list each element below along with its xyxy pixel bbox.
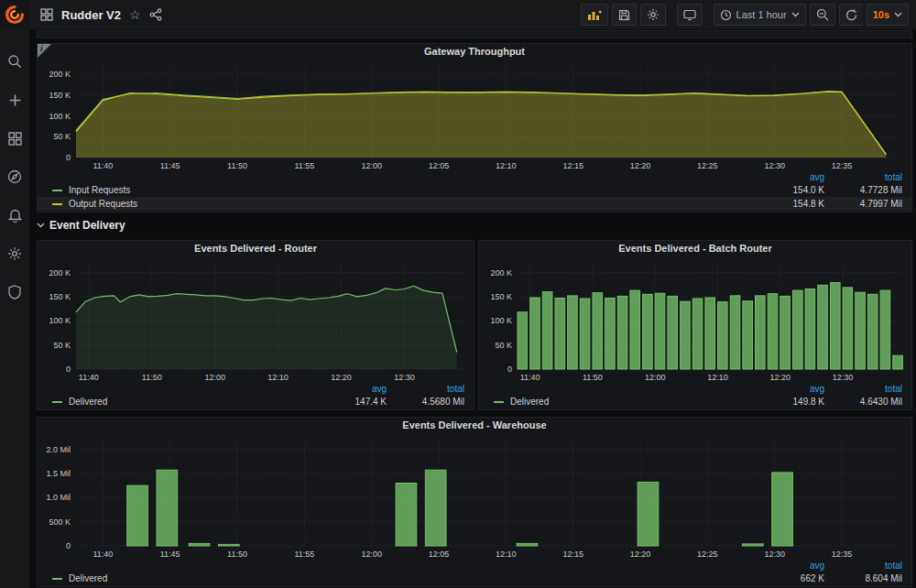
svg-text:150 K: 150 K xyxy=(490,292,512,301)
zoom-out-icon xyxy=(816,8,829,21)
panel-events-delivered-warehouse: Events Delivered - Warehouse 0500 K1.0 M… xyxy=(37,417,912,587)
info-letter: i xyxy=(40,44,43,53)
top-nav-bar: Rudder V2 ☆ xyxy=(0,0,916,29)
svg-text:11:40: 11:40 xyxy=(93,161,113,170)
legend-avg-value: 147.4 K xyxy=(322,397,387,407)
section-row-event-delivery[interactable]: Event Delivery xyxy=(37,219,125,232)
legend-header-avg[interactable]: avg xyxy=(760,384,824,394)
svg-text:150 K: 150 K xyxy=(49,91,71,100)
add-panel-button[interactable] xyxy=(581,4,608,26)
svg-text:12:35: 12:35 xyxy=(832,550,853,559)
svg-text:12:00: 12:00 xyxy=(204,373,225,382)
warehouse-legend: avg total Delivered 662 K 8.604 Mil xyxy=(38,560,911,585)
configuration-gear-icon[interactable] xyxy=(6,245,23,262)
refresh-interval-dropdown[interactable]: 10s xyxy=(867,4,909,26)
series-dash-icon xyxy=(494,401,504,403)
svg-text:50 K: 50 K xyxy=(53,132,71,141)
svg-text:12:15: 12:15 xyxy=(562,550,583,559)
dashboard-grid-icon[interactable] xyxy=(40,8,53,21)
svg-text:1.5 Mil: 1.5 Mil xyxy=(46,469,71,478)
legend-total-value: 4.7997 Mil xyxy=(824,199,902,209)
legend-label[interactable]: Delivered xyxy=(510,397,549,407)
legend-row-output-requests[interactable]: Output Requests 154.8 K 4.7997 Mil xyxy=(38,197,911,211)
svg-text:100 K: 100 K xyxy=(49,316,71,325)
router-delivered-chart[interactable]: 050 K100 K150 K200 K11:4011:5012:0012:10… xyxy=(38,256,472,383)
batch-router-delivered-chart[interactable]: 050 K100 K150 K200 K11:4011:5012:0012:10… xyxy=(479,256,910,383)
svg-text:100 K: 100 K xyxy=(49,112,71,121)
dashboards-icon[interactable] xyxy=(6,130,23,147)
legend-avg-value: 154.8 K xyxy=(760,199,824,209)
panel-title-router[interactable]: Events Delivered - Router xyxy=(38,241,474,256)
legend-header-avg[interactable]: avg xyxy=(760,561,824,571)
legend-row-delivered[interactable]: Delivered 147.4 K 4.5680 Mil xyxy=(38,395,474,408)
legend-row-input-requests[interactable]: Input Requests 154.0 K 4.7728 Mil xyxy=(38,183,911,197)
svg-text:0: 0 xyxy=(66,365,71,374)
warehouse-delivered-chart[interactable]: 0500 K1.0 Mil1.5 Mil2.0 Mil11:4011:4511:… xyxy=(38,433,910,560)
search-icon[interactable] xyxy=(6,53,23,70)
svg-text:0: 0 xyxy=(66,153,71,162)
legend-label[interactable]: Output Requests xyxy=(69,199,137,209)
dashboard-canvas: i Gateway Throughput 050 K100 K150 K200 … xyxy=(29,29,916,588)
svg-text:12:00: 12:00 xyxy=(645,373,666,382)
panel-title-gateway[interactable]: Gateway Throughput xyxy=(38,44,911,60)
legend-row-delivered[interactable]: Delivered 662 K 8.604 Mil xyxy=(38,572,911,585)
alerting-bell-icon[interactable] xyxy=(6,207,23,223)
explore-compass-icon[interactable] xyxy=(6,169,23,185)
legend-avg-value: 149.8 K xyxy=(760,397,824,407)
gateway-throughput-chart[interactable]: 050 K100 K150 K200 K11:4011:4511:5011:55… xyxy=(38,60,910,171)
chevron-down-icon xyxy=(37,223,45,228)
svg-text:12:30: 12:30 xyxy=(764,161,785,170)
refresh-button[interactable] xyxy=(839,4,863,26)
partial-panel-top xyxy=(37,30,912,38)
chevron-down-icon xyxy=(894,12,902,17)
dashboard-title[interactable]: Rudder V2 xyxy=(61,8,121,22)
gear-icon xyxy=(647,8,660,21)
legend-label[interactable]: Input Requests xyxy=(69,185,130,195)
legend-total-value: 4.7728 Mil xyxy=(824,185,902,195)
svg-text:1.0 Mil: 1.0 Mil xyxy=(46,493,71,502)
panel-events-delivered-batch-router: Events Delivered - Batch Router 050 K100… xyxy=(478,240,912,410)
svg-text:12:20: 12:20 xyxy=(770,373,791,382)
svg-text:0: 0 xyxy=(66,541,71,550)
save-dashboard-button[interactable] xyxy=(612,4,637,26)
legend-header-total[interactable]: total xyxy=(387,384,464,394)
share-icon[interactable] xyxy=(149,8,162,21)
clock-icon xyxy=(720,9,732,21)
legend-header-total[interactable]: total xyxy=(824,384,902,394)
series-dash-icon xyxy=(52,578,62,580)
star-icon[interactable]: ☆ xyxy=(129,7,141,22)
panel-title-warehouse[interactable]: Events Delivered - Warehouse xyxy=(38,418,911,433)
svg-text:12:10: 12:10 xyxy=(496,550,517,559)
series-dash-icon xyxy=(52,190,62,191)
svg-text:2.0 Mil: 2.0 Mil xyxy=(46,445,71,454)
legend-total-value: 4.6430 Mil xyxy=(824,397,902,407)
grafana-logo[interactable] xyxy=(0,0,29,29)
plus-icon[interactable] xyxy=(6,92,23,108)
admin-shield-icon[interactable] xyxy=(6,284,23,300)
legend-label[interactable]: Delivered xyxy=(69,397,107,407)
svg-text:12:10: 12:10 xyxy=(496,161,517,170)
svg-text:11:40: 11:40 xyxy=(93,550,113,559)
panel-title-batch-router[interactable]: Events Delivered - Batch Router xyxy=(479,241,911,256)
legend-row-delivered[interactable]: Delivered 149.8 K 4.6430 Mil xyxy=(479,395,911,408)
legend-header-avg[interactable]: avg xyxy=(322,384,387,394)
time-range-picker[interactable]: Last 1 hour xyxy=(714,4,806,26)
svg-text:12:20: 12:20 xyxy=(630,550,651,559)
tv-mode-button[interactable] xyxy=(677,4,703,26)
left-sidebar xyxy=(0,29,29,588)
series-dash-icon xyxy=(52,401,62,403)
dashboard-settings-button[interactable] xyxy=(640,4,666,26)
svg-text:11:50: 11:50 xyxy=(227,550,247,559)
section-label: Event Delivery xyxy=(49,219,125,232)
svg-text:11:50: 11:50 xyxy=(227,161,247,170)
svg-text:11:45: 11:45 xyxy=(160,550,180,559)
svg-text:11:50: 11:50 xyxy=(142,373,162,382)
legend-header-avg[interactable]: avg xyxy=(760,172,824,182)
time-range-label: Last 1 hour xyxy=(736,9,787,20)
legend-label[interactable]: Delivered xyxy=(69,573,107,583)
legend-header-total[interactable]: total xyxy=(824,561,902,571)
svg-text:11:50: 11:50 xyxy=(583,373,603,382)
legend-avg-value: 662 K xyxy=(760,573,824,583)
zoom-out-button[interactable] xyxy=(810,4,835,26)
legend-header-total[interactable]: total xyxy=(824,172,902,182)
